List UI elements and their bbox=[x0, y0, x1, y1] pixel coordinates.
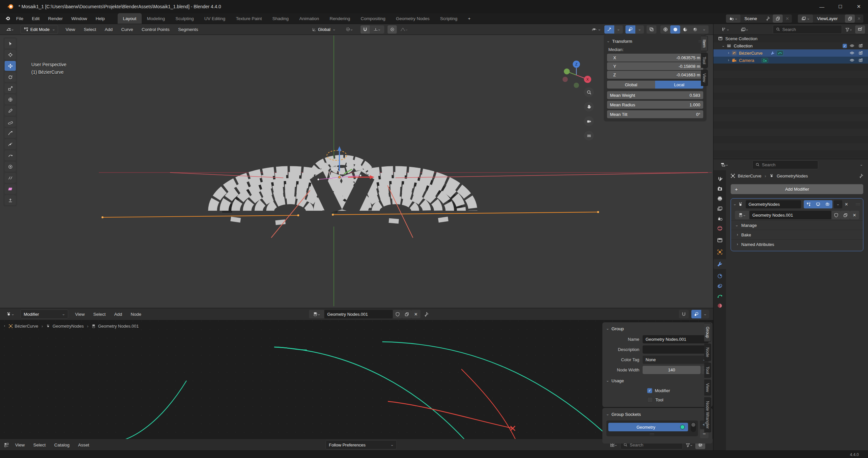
modifier-render-toggle[interactable] bbox=[823, 200, 832, 208]
viewlayer-name[interactable]: ViewLayer bbox=[813, 16, 845, 21]
group-duplicate-button[interactable] bbox=[841, 211, 850, 219]
transform-collapse-chevron[interactable]: ⌄ bbox=[606, 39, 610, 43]
menu-edit[interactable]: Edit bbox=[28, 16, 44, 21]
shading-rendered-button[interactable] bbox=[690, 25, 700, 34]
show-overlays-toggle[interactable] bbox=[625, 25, 636, 34]
scene-name[interactable]: Scene bbox=[741, 16, 766, 21]
tab-object-data-icon[interactable] bbox=[717, 293, 723, 299]
outliner-filter-type-button[interactable]: ⌄ bbox=[736, 25, 753, 34]
menu-file[interactable]: File bbox=[12, 16, 28, 21]
gizmo-dropdown[interactable]: ⌄ bbox=[614, 25, 623, 34]
usage-modifier-checkbox[interactable]: ✓ bbox=[647, 388, 652, 393]
workspace-tab-layout[interactable]: Layout bbox=[118, 13, 142, 24]
wire-red-diagonal[interactable] bbox=[461, 369, 517, 439]
node-menu-add[interactable]: Add bbox=[110, 312, 127, 317]
tool-annotate[interactable] bbox=[5, 106, 16, 116]
workspace-tab-geometry-nodes[interactable]: Geometry Nodes bbox=[391, 13, 435, 24]
outliner-search-field[interactable]: Search bbox=[773, 25, 842, 34]
add-modifier-button[interactable]: + Add Modifier bbox=[731, 184, 863, 194]
tool-scale[interactable] bbox=[5, 83, 16, 93]
npanel-tab-view[interactable]: View bbox=[701, 70, 708, 86]
workspace-tab-shading[interactable]: Shading bbox=[267, 13, 294, 24]
tab-collection-icon[interactable] bbox=[717, 237, 723, 243]
tab-output-icon[interactable] bbox=[717, 196, 723, 201]
menu-render[interactable]: Render bbox=[44, 16, 67, 21]
new-collection-button[interactable] bbox=[855, 25, 865, 34]
node-group-name-field[interactable]: Geometry Nodes.001 bbox=[749, 211, 831, 219]
modifier-wrench-icon[interactable] bbox=[771, 51, 775, 55]
group-unlink-button[interactable]: ✕ bbox=[850, 211, 859, 219]
workspace-tab-animation[interactable]: Animation bbox=[294, 13, 324, 24]
modifier-editmode-toggle[interactable] bbox=[804, 200, 813, 208]
expand-chevron[interactable]: ⌄ bbox=[721, 44, 725, 47]
snap-target-dropdown[interactable]: ⌄ bbox=[370, 25, 384, 34]
camera-view-icon[interactable] bbox=[584, 116, 594, 126]
outliner-row-camera[interactable]: ⌄ Camera bbox=[713, 57, 868, 64]
fake-user-shield-button[interactable] bbox=[393, 310, 402, 318]
tab-material-icon[interactable] bbox=[717, 303, 723, 308]
proportional-editing-toggle[interactable] bbox=[388, 25, 397, 34]
ortho-grid-icon[interactable] bbox=[584, 131, 594, 140]
viewlayer-duplicate-button[interactable] bbox=[845, 14, 855, 23]
mean-radius-field[interactable]: Mean Radius1.000 bbox=[607, 101, 703, 109]
breadcrumb-modifier-name[interactable]: GeometryNodes bbox=[777, 173, 808, 178]
workspace-tab-modeling[interactable]: Modeling bbox=[142, 13, 170, 24]
node-group-browse-button[interactable]: ⌄ bbox=[735, 211, 749, 219]
breadcrumb-object[interactable]: BézierCurve bbox=[15, 324, 38, 329]
node-npanel-tab-tool[interactable]: Tool bbox=[704, 363, 711, 378]
workspace-tab-texture-paint[interactable]: Texture Paint bbox=[231, 13, 267, 24]
outliner-row-collection[interactable]: ⌄ Collection ✓ bbox=[713, 42, 868, 50]
node-mode-dropdown[interactable]: Modifier⌄ bbox=[21, 309, 68, 319]
tool-randomize[interactable] bbox=[5, 173, 16, 183]
viewlayer-browse-button[interactable]: ⌄ bbox=[798, 14, 813, 23]
median-z-field[interactable]: Z-0.041663 m bbox=[607, 71, 703, 79]
section-bake[interactable]: ⌄Bake bbox=[731, 230, 863, 239]
group-description-input[interactable] bbox=[643, 346, 709, 354]
shelf-menu-select[interactable]: Select bbox=[29, 443, 50, 448]
scene-browse-button[interactable]: ⌄ bbox=[726, 14, 741, 23]
color-tag-dropdown[interactable]: None⌄ bbox=[643, 356, 709, 364]
tab-object-icon[interactable] bbox=[717, 249, 723, 255]
group-fake-user-button[interactable] bbox=[831, 211, 841, 219]
shading-solid-button[interactable] bbox=[670, 25, 680, 34]
viewport-menu-add[interactable]: Add bbox=[100, 27, 117, 32]
median-x-field[interactable]: X-0.063575 m bbox=[607, 54, 703, 62]
viewport-menu-view[interactable]: View bbox=[61, 27, 80, 32]
maximize-button[interactable]: ☐ bbox=[831, 0, 849, 13]
modifier-drag-grip[interactable]: :::: bbox=[856, 203, 861, 205]
node-menu-view[interactable]: View bbox=[71, 312, 89, 317]
node-tree-duplicate-button[interactable] bbox=[402, 310, 411, 318]
tab-tool-icon[interactable] bbox=[717, 176, 723, 182]
editor-type-button[interactable]: ⌄ bbox=[3, 25, 17, 34]
pin-icon[interactable] bbox=[859, 173, 863, 178]
properties-editor-type-button[interactable]: ⌄ bbox=[716, 160, 733, 169]
usage-tool-checkbox[interactable] bbox=[647, 397, 653, 403]
properties-options-dropdown[interactable]: ⌄ bbox=[860, 163, 863, 166]
tool-rotate[interactable] bbox=[5, 72, 16, 82]
tab-modifier-icon[interactable] bbox=[713, 259, 726, 269]
pin-icon[interactable] bbox=[424, 312, 429, 317]
workspace-tab-sculpting[interactable]: Sculpting bbox=[170, 13, 199, 24]
xray-toggle[interactable] bbox=[647, 25, 656, 34]
menu-help[interactable]: Help bbox=[91, 16, 109, 21]
wire-guidelines-down-right[interactable] bbox=[274, 347, 468, 439]
shading-dropdown[interactable]: ⌄ bbox=[700, 25, 709, 34]
show-gizmo-toggle[interactable] bbox=[604, 25, 614, 34]
shelf-menu-catalog[interactable]: Catalog bbox=[50, 443, 74, 448]
shelf-menu-view[interactable]: View bbox=[11, 443, 29, 448]
node-overlays-toggle[interactable] bbox=[691, 310, 701, 318]
eye-icon[interactable] bbox=[847, 44, 857, 48]
global-toggle[interactable]: Global bbox=[607, 81, 655, 89]
tool-radius[interactable] bbox=[5, 162, 16, 171]
node-tree-name-field[interactable]: Geometry Nodes.001 bbox=[324, 310, 393, 318]
breadcrumb-object-name[interactable]: BézierCurve bbox=[738, 173, 762, 178]
modifier-remove-button[interactable]: ✕ bbox=[842, 202, 851, 207]
tool-pen[interactable] bbox=[5, 139, 16, 149]
tool-move[interactable] bbox=[5, 61, 16, 71]
minimize-button[interactable]: — bbox=[813, 0, 831, 13]
modifier-name-field[interactable]: GeometryNodes bbox=[746, 200, 801, 208]
menu-window[interactable]: Window bbox=[67, 16, 91, 21]
local-toggle[interactable]: Local bbox=[655, 81, 703, 89]
node-npanel-tab-group[interactable]: Group bbox=[704, 323, 711, 342]
tab-constraints-icon[interactable] bbox=[717, 283, 723, 289]
